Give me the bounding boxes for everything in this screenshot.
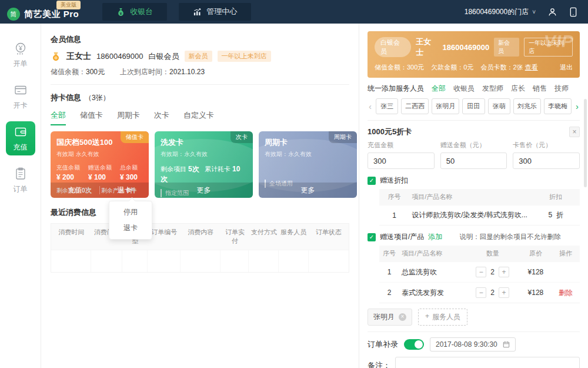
debt-amount-label: 欠款金额： [431,64,463,71]
sidebar-item-recharge[interactable]: 充值 [6,121,35,155]
quantity-value: 2 [490,289,495,297]
chips-prev-icon[interactable]: ‹ [368,101,373,111]
usage-label: 剩余项目 [161,165,186,173]
menu-item-refund[interactable]: 退卡 [109,220,152,236]
period-card[interactable]: 周期卡 周期卡 有效期：永久有效 全场通用 更多 [259,131,357,198]
tab-custom-cards[interactable]: 自定义卡 [183,110,214,125]
filter-manager[interactable]: 店长 [511,84,525,94]
card-form-title: 1000元5折卡 [368,127,412,137]
staff-chip[interactable]: 田田 [462,98,485,114]
gift-amount-input[interactable] [440,152,507,169]
table-header-cell: 服务人员 [279,224,309,250]
staff-chip[interactable]: 张萌 [488,98,510,114]
note-input[interactable] [395,357,580,368]
sidebar-label: 开单 [14,59,28,69]
table-header-cell: 项目/产品名称 [399,246,466,261]
stored-value-card[interactable]: 储值卡 国庆档500送100 有效期 永久有效 充值余额¥ 200 赠送余额¥ … [51,131,149,198]
tab-all-cards[interactable]: 全部 [51,110,66,125]
staff-chip[interactable]: 二西西 [401,98,429,114]
chips-next-icon[interactable]: › [574,101,580,111]
filter-technician[interactable]: 技师 [554,84,569,94]
recharge-button[interactable]: 充值 [51,185,99,195]
table-row: 1 设计师款洗剪吹/染发类/韩式洗剪吹... 5 折 [379,205,580,225]
badge-long-absent: 一年以上未到店 [218,51,271,62]
more-button[interactable]: 更多 [259,185,357,195]
sidebar-label: 开卡 [14,101,28,111]
tab-cashier[interactable]: ¥ 收银台 [102,3,167,21]
datetime-picker[interactable]: 2017-08-08 9:30:30 [430,337,516,352]
remove-staff-icon[interactable]: × [399,313,406,321]
stat-label: 赠送余额 [88,164,112,172]
sidebar-item-orders[interactable]: 订单 [6,163,35,197]
staff-chip[interactable]: 李晓梅 [544,98,572,114]
tab-stored-cards[interactable]: 储值卡 [80,110,103,125]
mobile-device-icon[interactable] [569,7,577,17]
times-card[interactable]: 次卡 洗发卡 有效期：永久有效 剩余项目 5次 累计耗卡 10次 指定范围 更多 [155,131,253,198]
card-price-input[interactable] [513,152,580,169]
field-label: 赠送金额（元） [440,141,507,150]
filter-stylist[interactable]: 发型师 [482,84,503,94]
close-icon[interactable]: × [569,127,580,137]
staff-chip[interactable]: 张三 [376,98,398,114]
discount-value[interactable]: 5 [548,211,552,219]
last-visit-label: 上次到店时间： [120,68,169,76]
staff-chip[interactable]: 张明月 [432,98,459,114]
more-button[interactable]: 更多 [155,185,253,195]
left-sidebar: 开单 开卡 充值 订单 [0,24,41,368]
panel-scrollbar[interactable] [584,99,587,187]
table-header-cell: 项目/产品名称 [409,189,532,205]
table-header-cell: 订单状态 [309,224,349,250]
card-validity: 有效期：永久有效 [265,150,351,158]
table-cell [51,250,91,272]
table-header-row: 序号 项目/产品名称 折扣 [379,189,580,205]
add-gift-item-link[interactable]: 添加 [428,232,442,242]
clipboard-icon [14,167,28,181]
sidebar-item-open-card[interactable]: 开卡 [6,79,35,114]
backfill-toggle[interactable] [404,339,424,350]
filter-all[interactable]: 全部 [432,84,446,94]
view-cards-link[interactable]: 查看 [525,64,538,71]
filter-sales[interactable]: 销售 [533,84,547,94]
tab-period-cards[interactable]: 周期卡 [117,110,140,125]
balance-label: 储值余额： [51,68,86,76]
plus-icon[interactable]: + [499,267,509,277]
card-balances: 充值余额¥ 200 赠送余额¥ 100 总余额¥ 300 [56,164,143,181]
minus-icon[interactable]: − [476,267,486,277]
cards-title: 持卡信息 [51,92,81,103]
quantity-stepper: − 2 + [466,283,520,303]
medal-icon [51,51,61,62]
vip-member-banner: VIP 白银会员 王女士 18600469000 新会员 一年以上未到店 储值金… [368,31,580,78]
row-index: 1 [379,263,399,281]
table-cell [279,250,309,272]
checkbox-checked-icon[interactable]: ✓ [368,177,376,185]
sidebar-item-open-order[interactable]: 开单 [6,38,35,72]
recharge-amount-input[interactable] [368,152,435,169]
staff-chip[interactable]: 刘兆乐 [513,98,541,114]
app-window: 简 简艺美业 Pro 美业版 ¥ 收银台 管理中心 18600469000的门店… [0,0,588,368]
member-main-panel: 会员信息 王女士 18600469000 白银会员 新会员 一年以上未到店 储值… [41,24,359,368]
chevron-down-icon: ˅ [532,9,536,15]
card-price-field: 卡售价（元） [513,141,580,169]
menu-item-disable[interactable]: 停用 [109,204,152,220]
checkbox-checked-icon[interactable]: ✓ [368,233,376,241]
user-icon[interactable] [547,7,557,17]
stat-value: ¥ 300 [120,173,138,181]
discount-value-cell: 5 折 [532,205,580,225]
delete-row-link[interactable]: 删除 [552,283,580,303]
tab-admin-center[interactable]: 管理中心 [179,3,251,21]
calendar-icon [503,341,510,348]
order-note-row: 备注： [368,357,580,368]
logout-member-button[interactable]: 退出 [560,63,573,72]
member-level: 白银会员 [149,51,179,62]
table-row: 2 泰式洗发剪发 − 2 + ¥128 删除 [379,282,580,303]
refund-card-button[interactable]: 退卡 [100,185,149,195]
staff-chip-list: ‹ 张三 二西西 张明月 田田 张萌 刘兆乐 李晓梅 › [368,98,580,121]
table-header-row: 序号 项目/产品名称 数量 原价 操作 [379,246,580,261]
filter-cashier[interactable]: 收银员 [453,84,475,94]
plus-icon[interactable]: + [499,287,509,298]
store-selector[interactable]: 18600469000的门店 ˅ [465,7,536,17]
cards-section-header: 持卡信息 （3张） [51,92,349,103]
tab-times-cards[interactable]: 次卡 [154,110,169,125]
minus-icon[interactable]: − [476,287,486,298]
add-staff-button[interactable]: + 服务人员 [418,309,467,326]
